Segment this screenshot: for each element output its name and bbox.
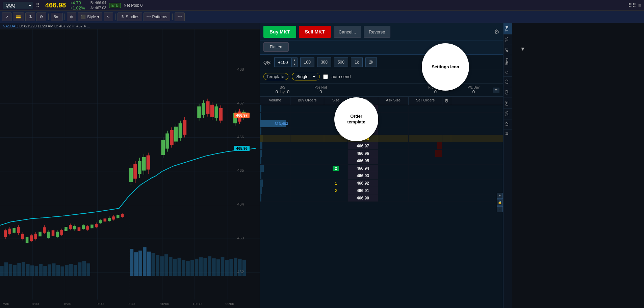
patterns-button[interactable]: 〰 Patterns [144,13,170,21]
top-bar: QQQ ⠿ 466.98 +4.73 +1.02% B: 466.94 A: 4… [0,0,644,11]
table-row: 466.95 [260,157,503,165]
ob-cell-price[interactable]: 466.90 [348,194,378,202]
sidebar-tab-c2[interactable]: C2 [504,76,512,87]
ob-cell-sell [409,120,442,127]
qty-preset-1k[interactable]: 1k [351,57,363,67]
draw-button[interactable]: 〰 [175,13,185,21]
ob-cell-price[interactable]: 466.97 [348,142,378,149]
qty-preset-100[interactable]: 100 [300,57,314,67]
ob-cell-volume [260,142,290,149]
chart-more: ... [87,24,90,28]
sidebar-tab-c[interactable]: C [504,68,512,76]
table-row: 466.90 [260,194,503,202]
autosend-checkbox[interactable] [323,74,328,79]
ob-col-ask-size: Ask Size [378,97,409,105]
svg-rect-43 [164,254,168,276]
list-icon[interactable]: ≡ [638,2,641,8]
price-change: +4.73 +1.02% [70,0,85,10]
ob-cell-price[interactable]: 466.93 [348,172,378,179]
ob-cell-volume [260,127,290,135]
svg-rect-54 [212,258,216,276]
ob-scroll-buttons: + 🔒 − [497,193,503,212]
qty-preset-500[interactable]: 500 [334,57,348,67]
svg-rect-57 [225,260,229,276]
qty-preset-300[interactable]: 300 [317,57,331,67]
svg-rect-108 [99,220,102,223]
ob-cell-price[interactable]: 466.92 [348,180,378,187]
position-menu-button[interactable]: ≡ [493,88,499,93]
sidebar-tab-trd[interactable]: Trd [504,23,512,34]
ticker-select[interactable]: QQQ [3,2,33,9]
svg-rect-152 [219,108,223,121]
ob-cell-price[interactable]: 467.00 [348,120,378,127]
ob-scroll-plus[interactable]: + [497,193,503,199]
ob-cell-price[interactable]: 466.98 [348,135,378,142]
sell-mkt-button[interactable]: Sell MKT [299,26,331,38]
svg-rect-126 [142,157,146,171]
etb-badge: ETB [109,3,121,8]
reverse-button[interactable]: Reverse [364,26,390,38]
ob-scroll-minus[interactable]: − [497,206,503,212]
qty-input[interactable]: +100 ▲ ▼ [274,57,298,67]
grid-icon[interactable]: ⠿⠿ [628,2,636,8]
pl-open-cell: P/L Open 0 [416,86,455,94]
ob-scroll-locked[interactable]: 🔒 [497,199,503,206]
template-row: Template: Single OCO Bracket auto send [260,70,503,84]
flask-button[interactable]: ⚗ [25,13,35,21]
ob-cell-size [324,135,348,142]
cursor-button[interactable]: ↖ [104,13,113,21]
ob-cell-extra [442,187,451,194]
ob-cell-price[interactable]: 466.91 [348,187,378,194]
svg-rect-150 [214,106,218,118]
timeframe-selector[interactable]: 5m [51,13,62,21]
share-button[interactable]: ↗ [2,13,11,21]
ob-cell-sell [409,105,442,112]
ob-cell-price[interactable]: 466.95 [348,157,378,164]
svg-rect-21 [30,265,34,276]
settings-icon-button[interactable]: ⚙ [494,28,499,35]
qty-down-button[interactable]: ▼ [292,62,297,67]
sidebar-tab-btns[interactable]: Btns [504,55,512,68]
qty-up-button[interactable]: ▲ [292,58,297,62]
table-row: 1 466.92 [260,180,503,187]
sidebar-tab-ps[interactable]: PS [504,98,512,109]
style-button[interactable]: ⬛ Style ▾ [78,13,103,21]
svg-rect-81 [43,227,46,233]
ob-cell-price[interactable]: 466.99 [348,127,378,135]
cancel-button[interactable]: Cancel... [334,26,361,38]
ob-settings-button[interactable]: ⚙ [442,97,451,105]
qty-preset-2k[interactable]: 2k [365,57,377,67]
sidebar-tab-n[interactable]: N [504,129,512,138]
sidebar-tab-l2[interactable]: L2 [504,119,512,129]
sidebar-tab-db[interactable]: DB [504,108,512,119]
account-button[interactable]: 💳 [13,13,24,21]
ob-cell-extra [442,180,451,187]
ob-cell-sell [409,150,442,157]
buy-mkt-button[interactable]: Buy MKT [263,26,296,38]
svg-rect-19 [22,262,25,276]
ob-cell-price[interactable]: 467.01 [348,113,378,120]
collapse-panel-button[interactable]: ▼ [520,46,525,52]
flatten-button[interactable]: Flatten [263,42,289,52]
ob-cell-price[interactable]: 467.02 [348,105,378,112]
chart-date: D: 8/19/20 11:20 AM [20,24,53,28]
ob-cell-ask-size [378,172,409,179]
order-book: Volume Buy Orders Size Price Ask Size Se… [260,97,503,308]
pin-button[interactable]: ⊕ [67,13,76,21]
svg-rect-34 [86,263,90,276]
template-select-wrap[interactable]: Single OCO Bracket [292,73,320,80]
studies-button[interactable]: ⚗ Studies [118,13,142,21]
ob-cell-size [324,120,348,127]
svg-text:9:30: 9:30 [128,302,135,306]
template-select[interactable]: Single OCO Bracket [295,74,317,79]
ob-cell-price[interactable]: 466.94 [348,165,378,172]
ob-cell-size [324,150,348,157]
ob-cell-size [324,105,348,112]
sidebar-tab-ts[interactable]: TS [504,34,512,45]
svg-rect-89 [60,230,63,235]
ob-cell-price[interactable]: 466.96 [348,150,378,157]
sidebar-tab-at[interactable]: AT [504,45,512,55]
svg-rect-26 [52,263,56,276]
sidebar-tab-c3[interactable]: C3 [504,87,512,97]
gear-button[interactable]: ⚙ [36,13,46,21]
